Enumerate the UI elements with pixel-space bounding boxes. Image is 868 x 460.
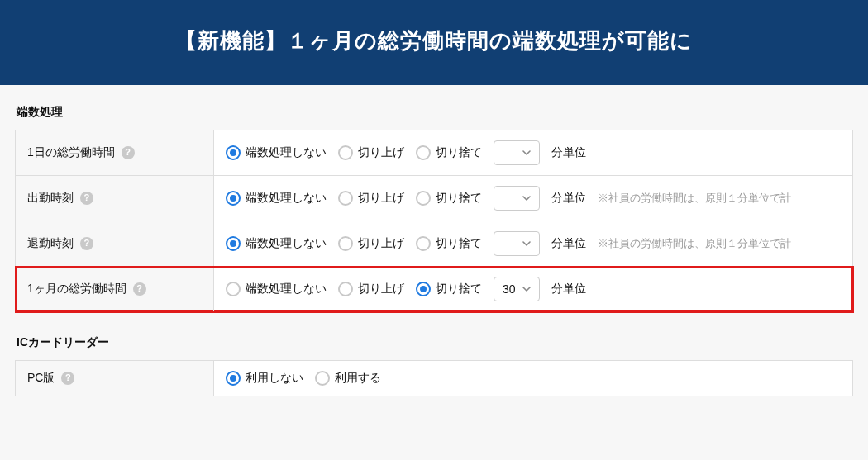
radio-label: 切り捨て (436, 145, 482, 160)
row-label-cell: 出勤時刻 ? (16, 176, 214, 221)
unit-label: 分単位 (551, 191, 586, 206)
help-icon[interactable]: ? (80, 192, 93, 205)
row-note: ※社員の労働時間は、原則１分単位で計 (598, 191, 791, 206)
radio-icon (338, 236, 353, 251)
unit-label: 分単位 (551, 236, 586, 251)
section-title-rounding: 端数処理 (17, 105, 853, 120)
radio-icon (226, 282, 241, 296)
minutes-select[interactable] (494, 231, 540, 256)
radio-label: 切り上げ (358, 145, 404, 160)
minutes-select[interactable] (494, 186, 540, 211)
radio-label: 端数処理しない (246, 145, 327, 160)
radio-icon (226, 236, 241, 251)
radio-label: 切り捨て (436, 236, 482, 251)
content-area: 端数処理 1日の総労働時間 ? 端数処理しない 切り上げ (0, 85, 868, 405)
radio-label: 利用しない (246, 371, 303, 386)
row-label: 1ヶ月の総労働時間 (27, 282, 126, 295)
radio-round-up[interactable]: 切り上げ (338, 145, 404, 160)
row-label: 出勤時刻 (27, 191, 74, 204)
chevron-down-icon (522, 194, 531, 202)
radio-none[interactable]: 端数処理しない (226, 191, 327, 206)
row-note: ※社員の労働時間は、原則１分単位で計 (598, 236, 791, 251)
radio-round-up[interactable]: 切り上げ (338, 282, 404, 296)
chevron-down-icon (522, 239, 531, 248)
row-label-cell: PC版 ? (16, 361, 214, 396)
row-controls: 端数処理しない 切り上げ 切り捨て (214, 221, 853, 267)
row-clock-out: 退勤時刻 ? 端数処理しない 切り上げ 切り捨て (16, 221, 853, 267)
help-icon[interactable]: ? (122, 146, 135, 159)
radio-round-down[interactable]: 切り捨て (416, 282, 482, 296)
section-title-ic-reader: ICカードリーダー (17, 335, 853, 350)
chevron-down-icon (522, 285, 531, 293)
row-daily-total: 1日の総労働時間 ? 端数処理しない 切り上げ 切り捨て (16, 130, 853, 176)
row-label-cell: 退勤時刻 ? (16, 221, 214, 267)
row-label-cell: 1日の総労働時間 ? (16, 130, 214, 176)
row-pc-version: PC版 ? 利用しない 利用する (16, 361, 853, 396)
unit-label: 分単位 (551, 145, 586, 160)
row-controls: 利用しない 利用する (214, 361, 853, 396)
row-controls: 端数処理しない 切り上げ 切り捨て (214, 130, 853, 176)
help-icon[interactable]: ? (80, 237, 93, 250)
radio-icon (416, 282, 431, 296)
row-label: PC版 (27, 371, 55, 384)
radio-on[interactable]: 利用する (315, 371, 381, 386)
radio-none[interactable]: 端数処理しない (226, 145, 327, 160)
radio-icon (416, 145, 431, 160)
row-controls: 端数処理しない 切り上げ 切り捨て (214, 176, 853, 221)
row-label: 1日の総労働時間 (27, 145, 115, 159)
radio-label: 切り捨て (436, 282, 482, 296)
radio-label: 切り上げ (358, 282, 404, 296)
minutes-select[interactable] (494, 140, 540, 165)
radio-icon (416, 236, 431, 251)
minutes-select[interactable]: 30 (494, 277, 540, 301)
radio-icon (226, 145, 241, 160)
radio-icon (226, 371, 241, 386)
radio-label: 端数処理しない (246, 236, 327, 251)
hero-title: 【新機能】１ヶ月の総労働時間の端数処理が可能に (175, 28, 693, 53)
ic-reader-table: PC版 ? 利用しない 利用する (15, 360, 853, 396)
radio-icon (226, 191, 241, 206)
row-clock-in: 出勤時刻 ? 端数処理しない 切り上げ 切り捨て (16, 176, 853, 221)
radio-icon (416, 191, 431, 206)
radio-round-down[interactable]: 切り捨て (416, 191, 482, 206)
radio-label: 端数処理しない (246, 191, 327, 206)
radio-label: 切り捨て (436, 191, 482, 206)
row-label-cell: 1ヶ月の総労働時間 ? (16, 267, 214, 312)
radio-round-down[interactable]: 切り捨て (416, 145, 482, 160)
radio-label: 切り上げ (358, 191, 404, 206)
row-label: 退勤時刻 (27, 236, 74, 249)
row-controls: 端数処理しない 切り上げ 切り捨て 30 (214, 267, 853, 312)
hero-banner: 【新機能】１ヶ月の総労働時間の端数処理が可能に (0, 0, 868, 85)
radio-icon (338, 282, 353, 296)
radio-label: 利用する (335, 371, 381, 386)
unit-label: 分単位 (551, 282, 586, 296)
radio-label: 切り上げ (358, 236, 404, 251)
radio-none[interactable]: 端数処理しない (226, 236, 327, 251)
chevron-down-icon (522, 149, 531, 157)
radio-icon (338, 191, 353, 206)
row-monthly-total: 1ヶ月の総労働時間 ? 端数処理しない 切り上げ 切り捨て (16, 267, 853, 312)
help-icon[interactable]: ? (133, 282, 146, 296)
minutes-value: 30 (503, 282, 517, 296)
radio-icon (338, 145, 353, 160)
radio-round-down[interactable]: 切り捨て (416, 236, 482, 251)
radio-none[interactable]: 端数処理しない (226, 282, 327, 296)
radio-off[interactable]: 利用しない (226, 371, 303, 386)
rounding-table: 1日の総労働時間 ? 端数処理しない 切り上げ 切り捨て (15, 130, 853, 312)
radio-round-up[interactable]: 切り上げ (338, 236, 404, 251)
help-icon[interactable]: ? (61, 372, 74, 385)
radio-round-up[interactable]: 切り上げ (338, 191, 404, 206)
radio-icon (315, 371, 330, 386)
radio-label: 端数処理しない (246, 282, 327, 296)
